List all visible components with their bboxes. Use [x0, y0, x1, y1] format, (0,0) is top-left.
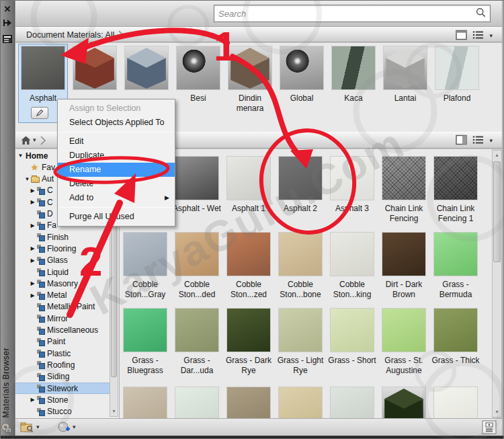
search-icon[interactable] [476, 7, 486, 20]
view-type-icon[interactable] [472, 30, 484, 42]
tree-item-miscellaneous[interactable]: Miscellaneous [15, 325, 110, 336]
tree-collapsed-icon[interactable]: ▶ [29, 397, 36, 403]
material-thumbnail[interactable] [434, 233, 477, 276]
view-type-caret-icon[interactable]: ▾ [489, 138, 493, 144]
material-thumbnail[interactable] [434, 157, 477, 200]
tree-collapsed-icon[interactable]: ▶ [29, 199, 36, 205]
tree-item-stucco[interactable]: Stucco [15, 406, 110, 417]
tree-item-stone[interactable]: ▶Stone [15, 394, 110, 405]
material-thumbnail[interactable] [331, 233, 374, 276]
material-name-label: Grass - Thick [429, 356, 482, 366]
material-name-label: Grass - Light Rye [274, 356, 327, 376]
scroll-up-icon[interactable]: ▴ [493, 151, 501, 160]
material-thumbnail[interactable] [331, 157, 374, 200]
material-thumbnail[interactable] [382, 233, 425, 276]
tree-item-sitework[interactable]: Sitework [15, 383, 110, 394]
material-thumbnail[interactable] [279, 387, 322, 418]
material-thumbnail[interactable] [125, 46, 168, 89]
materials-browser-window: { "colors": { "annotation_red": "#e81a2b… [0, 0, 504, 439]
menu-separator [59, 132, 173, 132]
create-material-button[interactable]: ▾ [57, 421, 76, 434]
material-thumbnail[interactable] [175, 309, 218, 352]
material-thumbnail[interactable] [227, 309, 270, 352]
material-thumbnail[interactable] [332, 46, 375, 89]
close-icon[interactable]: ✕ [2, 3, 13, 14]
material-thumbnail[interactable] [280, 46, 323, 89]
material-thumbnail[interactable] [279, 233, 322, 276]
tree-item-mirror[interactable]: Mirror [15, 313, 110, 324]
material-thumbnail[interactable] [279, 157, 322, 200]
material-thumbnail[interactable] [434, 387, 477, 418]
auto-hide-pin-icon[interactable] [2, 17, 13, 28]
menu-item-add-to[interactable]: Add to▶ [58, 191, 175, 205]
material-thumbnail[interactable] [175, 387, 218, 418]
material-thumbnail[interactable] [227, 387, 270, 418]
tree-item-liquid[interactable]: Liquid [15, 266, 110, 278]
material-category-icon [36, 349, 47, 358]
menu-item-assign-to-selection[interactable]: Assign to Selection [58, 102, 175, 116]
material-thumbnail[interactable] [175, 157, 218, 200]
tree-item-metallic-paint[interactable]: Metallic Paint [15, 301, 110, 313]
tree-item-label: Siding [47, 372, 69, 381]
show-preview-pane-icon[interactable] [456, 134, 467, 147]
display-options-button[interactable] [482, 420, 497, 437]
tree-collapsed-icon[interactable]: ▶ [29, 188, 36, 194]
scroll-down-icon[interactable]: ▾ [493, 407, 501, 417]
material-thumbnail[interactable] [177, 46, 220, 89]
tree-item-masonry[interactable]: ▶Masonry [15, 278, 110, 289]
material-thumbnail[interactable] [124, 387, 167, 418]
tree-collapsed-icon[interactable]: ▶ [29, 245, 36, 251]
tree-collapsed-icon[interactable]: ▶ [29, 292, 36, 298]
material-thumbnail[interactable] [434, 309, 477, 352]
tree-item-label: Metallic Paint [47, 302, 95, 311]
tree-item-label: Fa [47, 221, 56, 230]
material-thumbnail[interactable] [382, 157, 425, 200]
material-thumbnail[interactable] [331, 387, 374, 418]
tree-item-label: Finish [47, 233, 69, 242]
menu-item-delete[interactable]: Delete [58, 177, 175, 191]
tree-item-paint[interactable]: Paint [15, 336, 110, 348]
menu-item-edit[interactable]: Edit [58, 134, 175, 149]
view-type-icon[interactable] [472, 135, 484, 147]
view-type-caret-icon[interactable]: ▾ [489, 33, 493, 39]
library-scrollbar[interactable]: ▴ ▾ [492, 150, 502, 417]
edit-material-button[interactable] [31, 107, 48, 119]
materials-browser-icon[interactable] [1, 422, 11, 433]
material-thumbnail[interactable] [227, 233, 270, 276]
material-thumbnail[interactable] [435, 46, 478, 89]
menu-item-rename[interactable]: Rename [58, 163, 175, 177]
material-thumbnail[interactable] [73, 46, 116, 89]
show-preview-pane-icon[interactable] [456, 30, 467, 42]
tree-item-roofing[interactable]: Roofing [15, 359, 110, 370]
material-thumbnail[interactable] [228, 46, 271, 89]
material-thumbnail[interactable] [175, 233, 218, 276]
tree-collapsed-icon[interactable]: ▶ [29, 223, 36, 229]
tree-collapsed-icon[interactable]: ▶ [29, 257, 36, 264]
tree-expanded-icon[interactable]: ▼ [24, 176, 31, 182]
tree-expanded-icon[interactable]: ▼ [17, 153, 24, 159]
material-thumbnail[interactable] [331, 309, 374, 352]
properties-panel-icon[interactable] [2, 34, 13, 44]
material-thumbnail[interactable] [124, 233, 167, 276]
material-thumbnail[interactable] [384, 46, 427, 89]
material-thumbnail[interactable] [22, 46, 65, 89]
material-thumbnail[interactable] [227, 157, 270, 200]
tree-item-finish[interactable]: Finish [15, 231, 110, 243]
scroll-down-icon[interactable]: ▾ [110, 407, 118, 416]
menu-item-select-objects-applied-to[interactable]: Select Objects Applied To [58, 116, 175, 130]
tree-item-metal[interactable]: ▶Metal [15, 290, 110, 301]
tree-item-plastic[interactable]: Plastic [15, 348, 110, 359]
tree-item-flooring[interactable]: ▶Flooring [15, 243, 110, 254]
manage-libraries-button[interactable]: ▾ [20, 422, 40, 433]
material-thumbnail[interactable] [124, 309, 167, 352]
menu-item-purge-all-unused[interactable]: Purge All Unused [58, 210, 175, 224]
tree-item-siding[interactable]: Siding [15, 371, 110, 383]
menu-item-duplicate[interactable]: Duplicate [58, 149, 175, 163]
search-input[interactable] [214, 6, 476, 21]
material-thumbnail[interactable] [279, 309, 322, 352]
home-button[interactable]: ▾ [21, 136, 36, 145]
material-thumbnail[interactable] [382, 309, 425, 352]
tree-item-glass[interactable]: ▶Glass [15, 255, 110, 266]
material-thumbnail[interactable] [382, 387, 425, 418]
tree-collapsed-icon[interactable]: ▶ [29, 280, 36, 286]
